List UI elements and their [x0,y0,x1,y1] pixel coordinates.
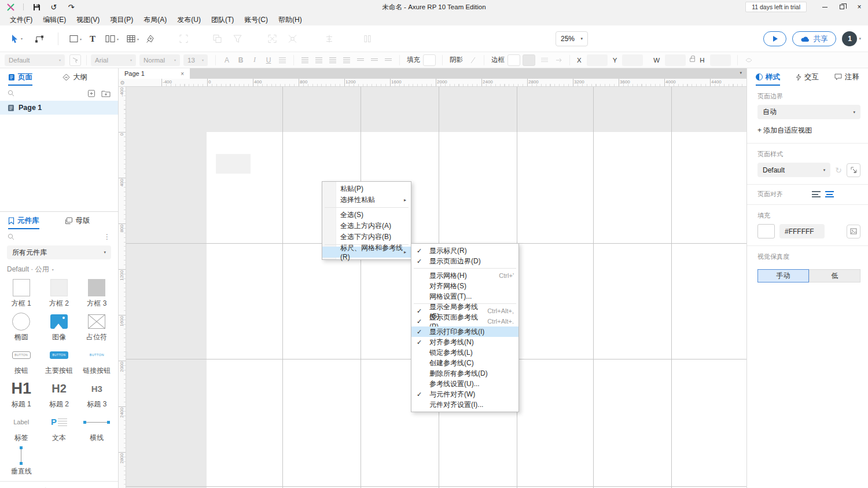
shadow-toggle-icon[interactable] [467,54,479,66]
library-component[interactable]: 横线 [78,410,116,444]
library-component[interactable]: 方框 2 [40,276,78,310]
library-component[interactable]: H2标题 2 [40,377,78,410]
border-width-swatch[interactable] [523,54,535,66]
add-folder-icon[interactable] [101,90,111,97]
menubar-item[interactable]: 编辑(E) [38,14,71,25]
page-align-center-icon[interactable] [825,191,834,197]
submenu-item[interactable]: ✓显示页面参考线(P)Ctrl+Alt+. [411,316,518,326]
search-icon[interactable] [8,90,14,97]
library-component[interactable]: P文本 [40,410,78,444]
fill-image-button[interactable] [847,225,860,239]
arrow-style-icon[interactable] [553,54,564,66]
italic-button[interactable]: I [249,54,260,66]
border-color-swatch[interactable] [507,54,520,66]
account-menu[interactable]: 1 ▾ [842,31,861,46]
submenu-item[interactable]: 参考线设置(U)... [411,379,518,389]
align-top-icon[interactable] [355,54,366,66]
border-style-icon[interactable] [539,54,550,66]
align-middle-icon[interactable] [369,54,380,66]
ruler-settings-icon[interactable]: ⚙ [119,79,126,87]
share-button[interactable]: 共享 [792,31,836,46]
submenu-item[interactable]: 对齐网格(S) [411,281,518,291]
fidelity-option-manual[interactable]: 手动 [757,269,809,282]
submenu-item[interactable]: 网格设置(T)... [411,291,518,302]
library-component[interactable]: 方框 3 [78,276,116,310]
search-icon[interactable] [8,233,14,240]
hide-widget-icon[interactable] [743,54,755,66]
library-more-icon[interactable]: ⋮ [104,233,111,241]
canvas-widget[interactable] [216,154,251,174]
submenu-item[interactable]: ✓显示标尺(R) [411,245,518,256]
submenu-item[interactable]: 元件对齐设置(I)... [411,399,518,410]
close-tab-icon[interactable]: × [181,71,184,77]
submenu-item[interactable]: 创建参考线(C) [411,358,518,368]
font-weight-select[interactable]: Normal▾ [139,54,180,66]
tab-masters[interactable]: 母版 [65,212,90,229]
menubar-item[interactable]: 布局(A) [138,14,172,25]
context-menu-item[interactable]: 粘贴(P) [322,184,411,195]
minimize-button[interactable] [816,0,833,14]
h-input[interactable] [710,54,731,66]
underline-button[interactable]: U [263,54,274,66]
context-menu-item[interactable]: 全选下方内容(B) [322,232,411,243]
align-right-icon[interactable] [327,54,339,66]
menubar-item[interactable]: 帮助(H) [273,14,307,25]
align-center-text-icon[interactable] [313,54,325,66]
tab-pages[interactable]: 页面 [8,68,32,86]
preview-button[interactable] [763,31,786,46]
library-section-header[interactable]: Default · 动态▾ [0,485,118,488]
tab-library[interactable]: 元件库 [8,212,39,229]
font-size-select[interactable]: 13▾ [183,54,208,66]
x-input[interactable] [587,54,608,66]
library-component[interactable]: 方框 1 [2,276,40,310]
context-menu-item[interactable]: 全选上方内容(A) [322,221,411,232]
undo-icon[interactable]: ↺ [49,2,58,12]
menubar-item[interactable]: 发布(U) [172,14,206,25]
style-preset-select[interactable]: Default▾ [5,54,65,66]
select-tool-button[interactable]: ▾ [10,34,23,43]
table-tool-button[interactable]: ▾ [127,35,139,42]
page-style-select[interactable]: Default ▾ [757,163,830,177]
library-component[interactable]: 垂直线 [2,444,40,478]
fill-color-swatch[interactable] [757,224,775,239]
bullet-list-icon[interactable] [277,54,288,66]
align-left-icon[interactable] [299,54,311,66]
canvas-viewport[interactable]: -400040080012001600200024002800 粘贴(P)选择性… [119,87,746,488]
library-component[interactable]: BUTTON主要按钮 [40,343,78,377]
submenu-item[interactable]: ✓显示打印参考线(I) [411,326,518,337]
submenu-item[interactable]: ✓与元件对齐(W) [411,389,518,399]
aspect-lock-icon[interactable] [690,58,695,62]
library-component[interactable]: 椭圆 [2,310,40,343]
font-family-select[interactable]: Arial▾ [91,54,136,66]
context-menu-item[interactable]: 标尺、网格和参考线(R)▸ [322,247,411,258]
context-menu-item[interactable]: 选择性粘贴▸ [322,195,411,206]
menubar-item[interactable]: 账号(C) [239,14,273,25]
library-component[interactable]: BUTTON按钮 [2,343,40,377]
context-menu-item[interactable]: 全选(S) [322,210,411,221]
fill-color-swatch[interactable] [423,54,436,66]
align-justify-icon[interactable] [341,54,352,66]
style-picker-button[interactable] [847,163,860,177]
pen-tool-button[interactable] [146,34,155,43]
library-section-header[interactable]: Default · 公用▾ [0,262,118,276]
align-bottom-icon[interactable] [382,54,394,66]
tab-interaction[interactable]: 交互 [796,68,819,86]
w-input[interactable] [665,54,686,66]
library-component[interactable]: H3标题 3 [78,377,116,410]
style-painter-icon[interactable] [69,54,81,66]
tab-note[interactable]: 注释 [834,68,859,86]
zoom-select[interactable]: 25% ▾ [556,31,588,46]
library-component[interactable]: H1标题 1 [2,377,40,410]
submenu-item[interactable]: 显示网格(H)Ctrl+' [411,270,518,281]
trial-badge[interactable]: 11 days left in trial [745,2,807,12]
library-component[interactable]: 占位符 [78,310,116,343]
save-icon[interactable] [32,2,41,12]
menubar-item[interactable]: 项目(P) [105,14,138,25]
tab-style[interactable]: 样式 [756,68,780,86]
library-component[interactable]: 图像 [40,310,78,343]
submenu-item[interactable]: 删除所有参考线(D) [411,368,518,379]
tab-outline[interactable]: 大纲 [62,68,87,86]
connector-tool-button[interactable] [35,34,44,43]
font-color-button[interactable]: A [221,54,233,66]
submenu-item[interactable]: ✓显示页面边界(D) [411,256,518,266]
